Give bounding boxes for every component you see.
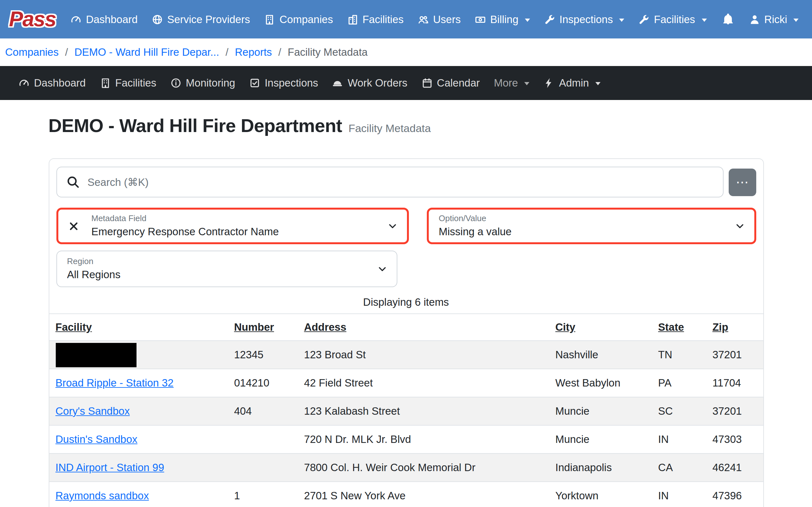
table-row: 12345 123 Broad St Nashville TN 37201 <box>49 341 763 369</box>
nav-item-users[interactable]: Users <box>411 0 468 39</box>
sort-zip[interactable]: Zip <box>712 321 729 333</box>
company-nav-admin[interactable]: Admin <box>536 66 607 100</box>
facility-link[interactable]: Cory's Sandbox <box>55 405 130 416</box>
state-cell: IN <box>653 482 707 507</box>
nav-item-label: Calendar <box>437 77 480 89</box>
search-options-button[interactable]: ⋯ <box>729 168 756 196</box>
city-cell: Nashville <box>550 341 653 369</box>
facility-metadata-card: ⋯ Metadata Field Emergency Response Cont… <box>48 158 764 507</box>
metadata-field-label: Metadata Field <box>91 214 379 224</box>
check-square-icon <box>249 77 260 89</box>
wrench-icon <box>544 14 555 25</box>
gauge-icon <box>70 14 81 25</box>
nav-item-label: Inspections <box>560 13 613 25</box>
company-nav-monitoring[interactable]: Monitoring <box>163 66 242 100</box>
breadcrumb-company[interactable]: DEMO - Ward Hill Fire Depar... <box>74 46 219 58</box>
zip-cell: 46241 <box>707 453 763 482</box>
nav-item-inspections[interactable]: Inspections <box>537 0 632 39</box>
hardhat-icon <box>332 77 343 89</box>
sort-facility[interactable]: Facility <box>55 321 92 333</box>
region-select[interactable]: Region All Regions <box>56 250 397 287</box>
nav-item-facilities[interactable]: Facilities <box>340 0 410 39</box>
info-icon <box>170 77 181 89</box>
table-row: Broad Ripple - Station 32 014210 42 Fiel… <box>49 369 763 397</box>
person-icon <box>749 14 760 25</box>
wrench-icon <box>639 14 649 25</box>
facility-link[interactable]: IND Airport - Station 99 <box>55 461 164 473</box>
nav-item-label: Facilities <box>362 13 403 25</box>
page-subtitle: Facility Metadata <box>348 122 431 135</box>
users-icon <box>418 14 429 25</box>
zip-cell: 47303 <box>707 425 763 453</box>
option-value-value: Missing a value <box>439 224 726 238</box>
breadcrumb-companies[interactable]: Companies <box>5 46 59 58</box>
nav-item-label: Inspections <box>265 77 318 89</box>
nav-item-dashboard[interactable]: Dashboard <box>63 0 144 39</box>
page-title: DEMO - Ward Hill Fire Department <box>48 115 342 136</box>
sort-state[interactable]: State <box>658 321 684 333</box>
clear-filter-icon[interactable] <box>68 221 78 231</box>
building-icon <box>100 77 111 89</box>
globe-icon <box>152 14 163 25</box>
sort-address[interactable]: Address <box>304 321 346 333</box>
user-menu[interactable]: Ricki <box>742 13 806 25</box>
facility-link[interactable]: Dustin's Sandbox <box>55 433 137 445</box>
company-nav-inspections[interactable]: Inspections <box>242 66 325 100</box>
number-cell: 1 <box>229 482 299 507</box>
company-nav-more[interactable]: More <box>487 66 536 100</box>
lightning-icon <box>543 77 555 89</box>
facility-cell <box>49 341 229 369</box>
nav-item-label: Monitoring <box>186 77 235 89</box>
nav-item-label: Facilities <box>654 13 695 25</box>
city-cell: Indianapolis <box>550 453 653 482</box>
company-nav-facilities[interactable]: Facilities <box>93 66 163 100</box>
metadata-field-select[interactable]: Metadata Field Emergency Response Contra… <box>56 208 409 244</box>
nav-item-billing[interactable]: Billing <box>468 0 537 39</box>
facilities-table: Facility Number Address City State Zip 1… <box>49 314 763 507</box>
breadcrumb-separator: / <box>226 46 228 58</box>
option-value-select[interactable]: Option/Value Missing a value <box>426 208 756 244</box>
number-cell <box>229 425 299 453</box>
nav-item-label: Work Orders <box>348 77 407 89</box>
search-input[interactable] <box>56 167 723 198</box>
nav-item-companies[interactable]: Companies <box>257 0 340 39</box>
pass-logo[interactable]: Pass <box>9 7 56 32</box>
bell-icon <box>722 13 734 25</box>
state-cell: CA <box>653 453 707 482</box>
building-icon <box>264 14 275 25</box>
sort-number[interactable]: Number <box>234 321 274 333</box>
company-nav-calendar[interactable]: Calendar <box>414 66 487 100</box>
sort-city[interactable]: City <box>555 321 575 333</box>
facility-link[interactable]: Raymonds sandbox <box>55 490 149 501</box>
nav-item-facilities-tools[interactable]: Facilities <box>632 0 714 39</box>
nav-item-label: Admin <box>559 77 589 89</box>
application-window: Pass Dashboard Service Providers Compani… <box>0 0 812 507</box>
nav-item-label: Users <box>433 13 461 25</box>
search-row: ⋯ <box>56 167 756 198</box>
breadcrumb-separator: / <box>65 46 68 58</box>
facility-cell: Raymonds sandbox <box>49 482 229 507</box>
region-label: Region <box>67 257 368 267</box>
nav-item-label: Companies <box>279 13 333 25</box>
company-nav-work-orders[interactable]: Work Orders <box>325 66 414 100</box>
nav-item-label: Service Providers <box>167 13 250 25</box>
facility-cell: IND Airport - Station 99 <box>49 453 229 482</box>
nav-item-service-providers[interactable]: Service Providers <box>145 0 257 39</box>
company-nav-dashboard[interactable]: Dashboard <box>11 66 93 100</box>
chevron-down-icon <box>701 18 707 21</box>
results-summary: Displaying 6 items <box>56 296 756 308</box>
redacted-facility-name <box>55 343 136 367</box>
state-cell: PA <box>653 369 707 397</box>
breadcrumb-reports[interactable]: Reports <box>235 46 272 58</box>
breadcrumb-separator: / <box>279 46 281 58</box>
city-cell: Muncie <box>550 397 653 425</box>
notifications-button[interactable] <box>714 13 742 25</box>
option-value-label: Option/Value <box>439 214 726 224</box>
address-cell: 123 Broad St <box>299 341 550 369</box>
page-header: DEMO - Ward Hill Fire Department Facilit… <box>48 115 764 136</box>
top-navbar: Pass Dashboard Service Providers Compani… <box>0 0 812 39</box>
address-cell: 123 Kalabash Street <box>299 397 550 425</box>
pass-logo-text: Pass <box>9 7 56 32</box>
facility-link[interactable]: Broad Ripple - Station 32 <box>55 377 174 388</box>
number-cell: 014210 <box>229 369 299 397</box>
